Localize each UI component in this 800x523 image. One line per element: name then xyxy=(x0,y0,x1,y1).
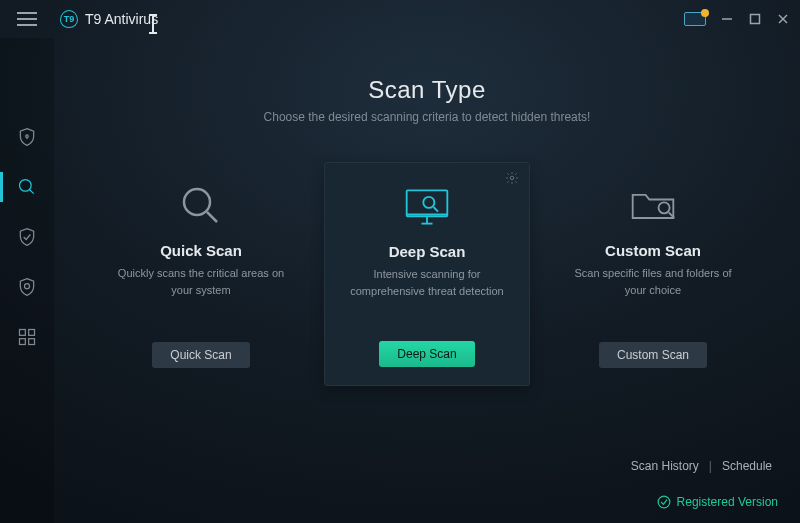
svg-point-21 xyxy=(659,202,670,213)
registered-text: Registered Version xyxy=(677,495,778,509)
svg-point-5 xyxy=(20,180,32,192)
svg-point-23 xyxy=(658,496,670,508)
text-cursor-icon xyxy=(152,16,154,32)
schedule-link[interactable]: Schedule xyxy=(722,459,772,473)
svg-rect-10 xyxy=(20,339,26,345)
card-quick-scan: Quick Scan Quickly scans the critical ar… xyxy=(98,162,304,386)
folder-scan-icon xyxy=(629,184,677,228)
app-name: T9 Antivirus xyxy=(85,11,158,27)
card-desc: Quickly scans the critical areas on your… xyxy=(98,265,304,298)
card-title: Custom Scan xyxy=(605,242,701,259)
scan-cards: Quick Scan Quickly scans the critical ar… xyxy=(54,162,800,386)
footer-links: Scan History | Schedule xyxy=(631,459,772,473)
card-title: Quick Scan xyxy=(160,242,242,259)
titlebar: T9 T9 Antivirus xyxy=(0,0,800,38)
registered-badge: Registered Version xyxy=(657,495,778,509)
magnifier-icon xyxy=(177,184,225,228)
monitor-scan-icon xyxy=(403,185,451,229)
card-title: Deep Scan xyxy=(389,243,466,260)
card-desc: Scan specific files and folders of your … xyxy=(550,265,756,298)
svg-line-20 xyxy=(433,207,438,212)
sidebar xyxy=(0,38,54,523)
page-title: Scan Type xyxy=(368,76,485,104)
sidebar-item-firewall[interactable] xyxy=(0,268,54,306)
svg-point-4 xyxy=(26,135,29,138)
page-subtitle: Choose the desired scanning criteria to … xyxy=(264,110,591,124)
brand-logo-icon: T9 xyxy=(60,10,78,28)
brand: T9 T9 Antivirus xyxy=(60,10,158,28)
sidebar-item-security[interactable] xyxy=(0,118,54,156)
promo-badge-icon[interactable] xyxy=(684,12,706,26)
svg-point-14 xyxy=(510,176,514,180)
divider: | xyxy=(709,459,712,473)
svg-rect-15 xyxy=(407,190,448,216)
svg-rect-11 xyxy=(29,339,35,345)
window-controls xyxy=(684,12,790,26)
sidebar-item-scan[interactable] xyxy=(0,168,54,206)
main-content: Scan Type Choose the desired scanning cr… xyxy=(54,38,800,523)
card-deep-scan: Deep Scan Intensive scanning for compreh… xyxy=(324,162,530,386)
svg-rect-9 xyxy=(29,330,35,336)
sidebar-item-modules[interactable] xyxy=(0,318,54,356)
svg-point-12 xyxy=(184,189,210,215)
custom-scan-button[interactable]: Custom Scan xyxy=(599,342,707,368)
svg-point-7 xyxy=(25,284,30,289)
maximize-button[interactable] xyxy=(748,12,762,26)
card-desc: Intensive scanning for comprehensive thr… xyxy=(325,266,529,299)
svg-point-19 xyxy=(423,197,434,208)
quick-scan-button[interactable]: Quick Scan xyxy=(152,342,249,368)
svg-rect-8 xyxy=(20,330,26,336)
minimize-button[interactable] xyxy=(720,12,734,26)
card-custom-scan: Custom Scan Scan specific files and fold… xyxy=(550,162,756,386)
scan-history-link[interactable]: Scan History xyxy=(631,459,699,473)
sidebar-item-protection[interactable] xyxy=(0,218,54,256)
gear-icon[interactable] xyxy=(505,171,519,185)
svg-rect-1 xyxy=(751,15,760,24)
svg-line-6 xyxy=(30,190,34,194)
deep-scan-button[interactable]: Deep Scan xyxy=(379,341,474,367)
close-button[interactable] xyxy=(776,12,790,26)
menu-button[interactable] xyxy=(0,0,54,38)
svg-line-13 xyxy=(207,212,217,222)
